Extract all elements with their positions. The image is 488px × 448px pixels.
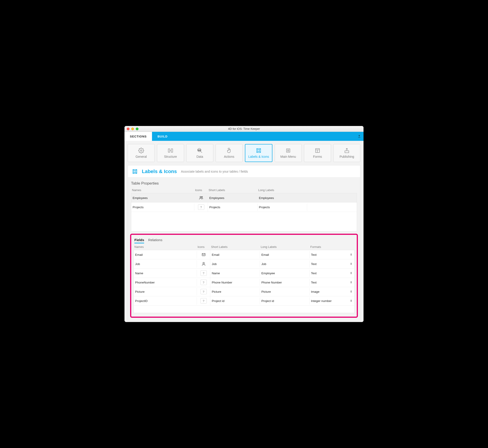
data-icon: 0110 — [197, 148, 203, 153]
field-row[interactable]: ProjectID?Project idProject idInteger nu… — [134, 296, 354, 306]
stepper-icon[interactable]: ▲▼ — [350, 290, 352, 293]
tile-publishing[interactable]: Publishing — [333, 144, 360, 162]
placeholder-icon[interactable]: ? — [201, 270, 207, 276]
table-row[interactable]: Projects?ProjectsProjects — [131, 203, 357, 212]
stepper-icon[interactable]: ▲▼ — [350, 299, 352, 302]
col-formats: Formats — [310, 245, 354, 248]
titlebar: 4D for iOS: Time Keeper — [124, 126, 364, 132]
tile-forms[interactable]: Forms — [304, 144, 331, 162]
cell-short[interactable]: Employees — [208, 194, 258, 201]
section-tiles: General Structure 0110 Data Actions Labe… — [128, 144, 360, 162]
tile-data[interactable]: 0110 Data — [186, 144, 213, 162]
section-body: Table Properties Names Icons Short Label… — [128, 177, 360, 322]
field-row[interactable]: JobJobJobText▲▼ — [134, 259, 354, 269]
col-short: Short Labels — [209, 188, 258, 192]
row-icon[interactable] — [201, 261, 207, 267]
cell-format[interactable]: Text▲▼ — [310, 270, 354, 277]
row-icon[interactable] — [198, 195, 204, 200]
panel-desc: Associate labels and icons to your table… — [181, 170, 248, 173]
svg-point-30 — [203, 262, 204, 264]
placeholder-icon[interactable]: ? — [201, 298, 207, 304]
cell-short[interactable]: Job — [210, 261, 260, 267]
col-names: Names — [132, 188, 195, 192]
svg-rect-1 — [168, 149, 170, 152]
tile-general[interactable]: General — [128, 144, 155, 162]
cell-name: PhoneNumber — [134, 279, 197, 286]
svg-line-5 — [201, 151, 202, 153]
tile-label: Publishing — [340, 155, 354, 158]
tab-build[interactable]: BUILD — [152, 132, 173, 141]
cell-format[interactable]: Integer number▲▼ — [310, 297, 354, 304]
cell-short[interactable]: Name — [210, 270, 260, 277]
labels-icon — [256, 148, 262, 153]
content: General Structure 0110 Data Actions Labe… — [124, 141, 364, 322]
field-row[interactable]: EmailEmailEmailText▲▼ — [134, 250, 354, 259]
tile-labels-icons[interactable]: Labels & Icons — [245, 144, 272, 162]
row-icon[interactable] — [201, 252, 207, 257]
cell-icon — [197, 259, 210, 268]
placeholder-icon[interactable]: ? — [201, 280, 207, 285]
stepper-icon[interactable]: ▲▼ — [350, 263, 352, 265]
tile-structure[interactable]: Structure — [157, 144, 184, 162]
cell-icon: ? — [197, 278, 210, 287]
cell-long[interactable]: Project id — [260, 297, 310, 304]
tab-sections[interactable]: SECTIONS — [124, 132, 152, 141]
tile-label: Main Menu — [280, 155, 296, 158]
forms-icon — [315, 148, 320, 153]
stepper-icon[interactable]: ▲▼ — [350, 281, 352, 284]
cell-long[interactable]: Employees — [258, 194, 307, 201]
subtab-relations[interactable]: Relations — [148, 238, 162, 243]
subtabs: Fields Relations — [133, 238, 355, 243]
col-long: Long Labels — [258, 188, 308, 192]
tile-label: Labels & Icons — [248, 155, 269, 158]
svg-point-0 — [140, 150, 142, 152]
field-row[interactable]: Picture?PicturePictureImage▲▼ — [134, 287, 354, 296]
cell-short[interactable]: Phone Number — [210, 279, 260, 286]
stepper-icon[interactable]: ▲▼ — [350, 272, 352, 274]
cell-short[interactable]: Project id — [210, 297, 260, 304]
placeholder-icon[interactable]: ? — [198, 204, 204, 210]
table-row[interactable]: EmployeesEmployeesEmployees — [131, 193, 357, 203]
cell-short[interactable]: Picture — [210, 288, 260, 295]
col-names: Names — [134, 245, 197, 248]
cell-icon — [194, 193, 208, 202]
cell-name: Name — [134, 270, 197, 277]
tile-actions[interactable]: Actions — [216, 144, 243, 162]
panel: Labels & Icons Associate labels and icon… — [128, 165, 360, 322]
tile-label: Structure — [164, 155, 177, 158]
cell-long[interactable]: Picture — [260, 288, 310, 295]
tile-label: Actions — [224, 155, 234, 158]
format-value: Image — [311, 290, 319, 293]
cell-long[interactable]: Email — [260, 251, 310, 258]
cell-format[interactable]: Image▲▼ — [310, 288, 354, 295]
highlight-box: Fields Relations Names Icons Short Label… — [130, 234, 358, 318]
cell-short[interactable]: Email — [210, 251, 260, 258]
col-short: Short Labels — [211, 245, 261, 248]
stepper-icon[interactable]: ▲▼ — [350, 253, 352, 256]
field-row[interactable]: Name?NameEmployeeText▲▼ — [134, 269, 354, 278]
tile-main-menu[interactable]: Main Menu — [275, 144, 302, 162]
cell-long[interactable]: Phone Number — [260, 279, 310, 286]
format-value: Text — [311, 281, 317, 284]
format-value: Integer number — [311, 299, 332, 303]
field-row[interactable]: PhoneNumber?Phone NumberPhone NumberText… — [134, 278, 354, 287]
panel-title: Labels & Icons — [142, 168, 177, 174]
cell-name: Projects — [131, 204, 194, 211]
svg-rect-20 — [345, 151, 349, 153]
cell-long[interactable]: Job — [260, 261, 310, 267]
export-icon[interactable] — [358, 135, 361, 138]
cell-short[interactable]: Projects — [208, 204, 258, 211]
col-icons: Icons — [197, 245, 211, 248]
placeholder-icon[interactable]: ? — [201, 289, 207, 294]
fields-body: EmailEmailEmailText▲▼JobJobJobText▲▼Name… — [133, 250, 355, 313]
svg-text:0110: 0110 — [198, 149, 201, 151]
subtab-fields[interactable]: Fields — [134, 238, 144, 243]
col-spacer — [308, 188, 356, 192]
gear-icon — [138, 148, 144, 153]
cell-format[interactable]: Text▲▼ — [310, 251, 354, 258]
cell-format[interactable]: Text▲▼ — [310, 279, 354, 286]
cell-icon — [197, 250, 210, 259]
cell-long[interactable]: Projects — [258, 204, 307, 211]
cell-format[interactable]: Text▲▼ — [310, 261, 354, 267]
cell-long[interactable]: Employee — [260, 270, 310, 277]
